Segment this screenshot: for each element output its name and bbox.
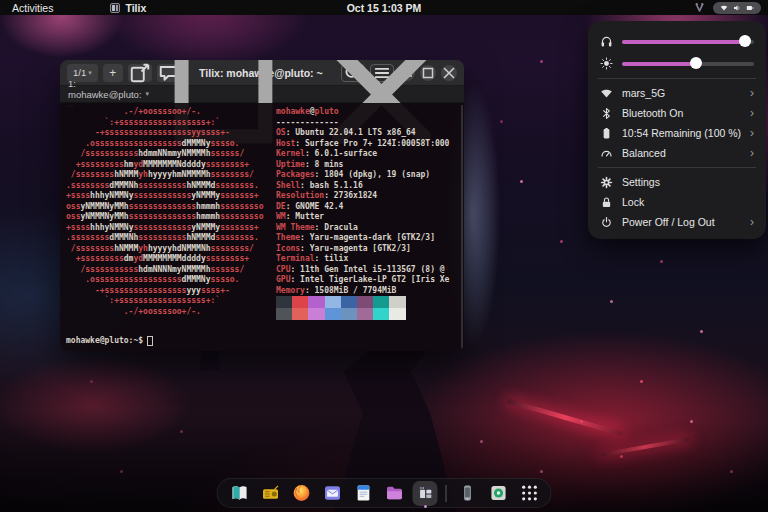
palette-swatch xyxy=(308,296,324,308)
terminal-color-palette xyxy=(276,308,449,320)
chevron-down-icon: ▾ xyxy=(88,69,92,77)
palette-swatch xyxy=(292,308,308,320)
dock-app-book-reader[interactable] xyxy=(227,481,252,506)
dock-app-mail[interactable] xyxy=(320,481,345,506)
palette-swatch xyxy=(357,296,373,308)
volume-slider[interactable] xyxy=(622,35,754,47)
menu-divider xyxy=(598,78,756,79)
palette-swatch xyxy=(389,308,405,320)
dock-app-files[interactable] xyxy=(382,481,407,506)
menu-item-wifi[interactable]: mars_5G› xyxy=(588,83,766,103)
palette-swatch xyxy=(308,308,324,320)
document-icon xyxy=(353,483,373,503)
files-icon xyxy=(384,483,404,503)
chevron-right-icon: › xyxy=(750,87,754,99)
menu-item-bluetooth[interactable]: Bluetooth On› xyxy=(588,103,766,123)
menu-item-label: Lock xyxy=(622,196,754,208)
brightness-slider-row xyxy=(588,52,766,74)
battery-icon xyxy=(746,4,754,12)
brightness-icon xyxy=(600,57,613,70)
gear-icon xyxy=(600,176,613,189)
palette-swatch xyxy=(325,308,341,320)
dock-app-tilix[interactable] xyxy=(413,481,438,506)
palette-swatch xyxy=(292,296,308,308)
menu-item-label: Bluetooth On xyxy=(622,107,741,119)
terminal-color-palette xyxy=(276,296,449,308)
dock-app-app-grid[interactable] xyxy=(517,481,542,506)
menu-item-battery[interactable]: 10:54 Remaining (100 %)› xyxy=(588,123,766,143)
palette-swatch xyxy=(341,296,357,308)
tilix-icon xyxy=(415,483,435,503)
firefox-icon xyxy=(291,483,311,503)
phone-icon xyxy=(457,483,477,503)
palette-swatch xyxy=(276,308,292,320)
palette-swatch xyxy=(373,308,389,320)
scrollbar[interactable] xyxy=(461,105,463,349)
top-bar: Activities Tilix Oct 15 1:03 PM xyxy=(0,0,768,15)
app-grid-icon xyxy=(519,483,539,503)
activities-button[interactable]: Activities xyxy=(0,0,65,15)
prompt-text: mohawke@pluto:~$ xyxy=(66,336,143,347)
tilix-window: 1/1 ▾ + Tilix: mohawke@pluto: ~ 1: mohaw… xyxy=(60,60,464,351)
headphones-icon xyxy=(600,35,613,48)
session-indicator: 1/1 xyxy=(73,67,86,78)
chevron-right-icon: › xyxy=(750,107,754,119)
dock-app-software[interactable] xyxy=(486,481,511,506)
system-tray xyxy=(694,2,768,14)
palette-swatch xyxy=(357,308,373,320)
dock-app-radio[interactable] xyxy=(258,481,283,506)
chevron-right-icon: › xyxy=(750,127,754,139)
shell-prompt: mohawke@pluto:~$ xyxy=(66,336,153,347)
tilix-app-icon xyxy=(110,3,120,13)
menu-item-lock[interactable]: Lock xyxy=(588,192,766,212)
chevron-right-icon: › xyxy=(750,147,754,159)
menu-item-label: Balanced xyxy=(622,147,741,159)
menu-item-power-profile[interactable]: Balanced› xyxy=(588,143,766,163)
volume-slider-knob[interactable] xyxy=(739,35,751,47)
brightness-slider-knob[interactable] xyxy=(690,57,702,69)
menu-item-settings[interactable]: Settings xyxy=(588,172,766,192)
menu-item-power[interactable]: Power Off / Log Out› xyxy=(588,212,766,232)
battery-vertical-icon xyxy=(600,127,613,140)
gauge-icon xyxy=(600,147,613,160)
lock-icon xyxy=(600,196,613,209)
brightness-slider[interactable] xyxy=(622,57,754,69)
palette-swatch xyxy=(389,296,405,308)
system-status-area[interactable] xyxy=(713,2,761,14)
dock-app-firefox[interactable] xyxy=(289,481,314,506)
chevron-right-icon: › xyxy=(750,216,754,228)
focused-app-name: Tilix xyxy=(125,2,146,14)
volume-slider-row xyxy=(588,30,766,52)
bluetooth-icon xyxy=(600,107,613,120)
wifi-icon xyxy=(600,87,613,100)
clock[interactable]: Oct 15 1:03 PM xyxy=(347,2,422,14)
dock-app-document[interactable] xyxy=(351,481,376,506)
palette-swatch xyxy=(373,296,389,308)
menu-item-label: Power Off / Log Out xyxy=(622,216,741,228)
palette-swatch xyxy=(325,296,341,308)
terminal-screen[interactable]: .-/+oossssoo+/-. `:+ssssssssssssssssss+:… xyxy=(60,103,464,351)
book-reader-icon xyxy=(229,483,249,503)
menu-divider xyxy=(598,167,756,168)
menu-item-label: Settings xyxy=(622,176,754,188)
mail-icon xyxy=(322,483,342,503)
tab-bar: 1: mohawke@pluto: ~ ▾ xyxy=(60,86,464,103)
radio-icon xyxy=(260,483,280,503)
terminal-cursor xyxy=(147,336,153,346)
software-icon xyxy=(488,483,508,503)
menu-item-label: mars_5G xyxy=(622,87,741,99)
tray-app-indicator-icon[interactable] xyxy=(694,2,705,13)
palette-swatch xyxy=(276,296,292,308)
dock-separator xyxy=(446,485,447,502)
neofetch-ascii-logo: .-/+oossssoo+/-. `:+ssssssssssssssssss+:… xyxy=(66,107,264,317)
focused-app-menu[interactable]: Tilix xyxy=(110,2,146,14)
volume-icon xyxy=(733,4,741,12)
power-icon xyxy=(600,216,613,229)
dock-app-phone[interactable] xyxy=(455,481,480,506)
wifi-icon xyxy=(720,4,728,12)
menu-item-label: 10:54 Remaining (100 %) xyxy=(622,127,741,139)
dock xyxy=(217,478,552,508)
neofetch-info: mohawke@pluto ------------- OS: Ubuntu 2… xyxy=(276,107,449,320)
palette-swatch xyxy=(341,308,357,320)
system-menu: mars_5G›Bluetooth On›10:54 Remaining (10… xyxy=(588,21,766,239)
